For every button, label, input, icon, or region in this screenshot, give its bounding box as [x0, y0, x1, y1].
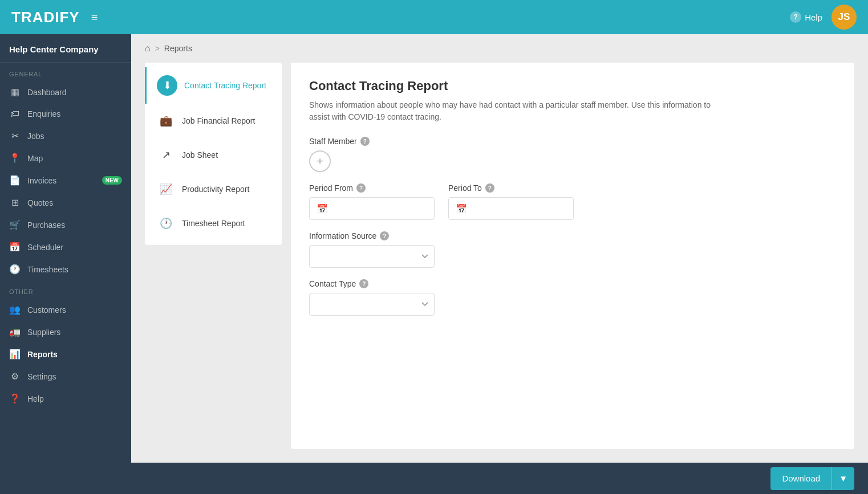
contact-type-info-icon[interactable]: ? [359, 279, 368, 288]
report-item-productivity[interactable]: 📈 Productivity Report [145, 172, 282, 206]
bottom-bar: Download ▼ [0, 463, 868, 494]
productivity-icon: 📈 [157, 180, 175, 198]
period-from-field: Period From ? 📅 [309, 183, 435, 220]
purchases-icon: 🛒 [9, 219, 21, 230]
panels: ⬇ Contact Tracing Report 💼 Job Financial… [131, 63, 868, 463]
breadcrumb-separator: > [155, 44, 160, 53]
help-circle-icon: ? [790, 11, 801, 23]
information-source-label: Information Source ? [309, 231, 836, 240]
period-to-input[interactable]: 📅 [448, 197, 574, 220]
information-source-info-icon[interactable]: ? [380, 231, 389, 240]
information-source-select[interactable] [309, 245, 435, 268]
contact-type-field [309, 293, 435, 316]
sidebar-general-label: GENERAL [0, 63, 131, 81]
sidebar: Help Center Company GENERAL ▦ Dashboard … [0, 34, 131, 463]
sidebar-other-label: OTHER [0, 280, 131, 299]
user-avatar[interactable]: JS [832, 5, 857, 30]
sidebar-item-reports[interactable]: 📊 Reports [0, 343, 131, 365]
sidebar-item-scheduler[interactable]: 📅 Scheduler [0, 236, 131, 258]
download-arrow-icon[interactable]: ▼ [832, 467, 854, 490]
home-icon[interactable]: ⌂ [145, 43, 151, 54]
sidebar-item-quotes[interactable]: ⊞ Quotes [0, 191, 131, 214]
information-source-field [309, 245, 435, 268]
sidebar-item-enquiries[interactable]: 🏷 Enquiries [0, 103, 131, 125]
sidebar-item-purchases[interactable]: 🛒 Purchases [0, 214, 131, 236]
period-to-field: Period To ? 📅 [448, 183, 574, 220]
hamburger-menu[interactable]: ≡ [91, 11, 98, 24]
form-title: Contact Tracing Report [309, 79, 836, 93]
report-item-job-sheet[interactable]: ↗ Job Sheet [145, 138, 282, 172]
main-layout: Help Center Company GENERAL ▦ Dashboard … [0, 34, 868, 463]
sidebar-item-invoices[interactable]: 📄 Invoices NEW [0, 169, 131, 191]
timesheets-icon: 🕐 [9, 264, 21, 275]
contact-type-select[interactable] [309, 293, 435, 316]
customers-icon: 👥 [9, 304, 21, 315]
sidebar-item-settings[interactable]: ⚙ Settings [0, 365, 131, 387]
report-item-timesheet[interactable]: 🕐 Timesheet Report [145, 206, 282, 240]
report-item-contact-tracing[interactable]: ⬇ Contact Tracing Report [145, 67, 282, 104]
content-area: ⌂ > Reports ⬇ Contact Tracing Report 💼 J… [131, 34, 868, 463]
suppliers-icon: 🚛 [9, 326, 21, 337]
staff-member-label: Staff Member ? [309, 137, 836, 146]
invoices-icon: 📄 [9, 175, 21, 186]
period-to-info-icon[interactable]: ? [485, 183, 494, 193]
reports-icon: 📊 [9, 349, 21, 360]
calendar-to-icon: 📅 [456, 203, 467, 214]
contact-tracing-icon: ⬇ [157, 75, 177, 96]
app-logo: TRADIFY [11, 9, 80, 26]
calendar-from-icon: 📅 [317, 203, 328, 214]
job-financial-icon: 💼 [157, 112, 175, 130]
staff-member-info-icon[interactable]: ? [360, 137, 370, 146]
report-list-panel: ⬇ Contact Tracing Report 💼 Job Financial… [145, 63, 282, 245]
report-item-job-financial[interactable]: 💼 Job Financial Report [145, 104, 282, 138]
breadcrumb-current: Reports [164, 44, 192, 53]
enquiries-icon: 🏷 [9, 109, 21, 119]
breadcrumb: ⌂ > Reports [131, 34, 868, 63]
sidebar-item-customers[interactable]: 👥 Customers [0, 299, 131, 321]
sidebar-company-name: Help Center Company [0, 34, 131, 63]
timesheet-icon: 🕐 [157, 214, 175, 232]
dashboard-icon: ▦ [9, 87, 21, 97]
sidebar-item-suppliers[interactable]: 🚛 Suppliers [0, 321, 131, 343]
sidebar-item-help[interactable]: ❓ Help [0, 387, 131, 410]
sidebar-item-timesheets[interactable]: 🕐 Timesheets [0, 258, 131, 280]
sidebar-item-map[interactable]: 📍 Map [0, 147, 131, 169]
form-description: Shows information about people who may h… [309, 99, 720, 123]
add-staff-button[interactable]: + [309, 150, 331, 172]
contact-type-label: Contact Type ? [309, 279, 836, 288]
sidebar-item-jobs[interactable]: ✂ Jobs [0, 125, 131, 147]
job-sheet-icon: ↗ [157, 146, 175, 164]
jobs-icon: ✂ [9, 130, 21, 141]
download-button[interactable]: Download ▼ [770, 467, 854, 490]
period-from-input[interactable]: 📅 [309, 197, 435, 220]
help-icon: ❓ [9, 393, 21, 404]
top-navigation: TRADIFY ≡ ? Help JS [0, 0, 868, 34]
new-badge: NEW [102, 176, 122, 185]
settings-icon: ⚙ [9, 371, 21, 382]
scheduler-icon: 📅 [9, 242, 21, 252]
period-from-info-icon[interactable]: ? [356, 183, 366, 193]
map-icon: 📍 [9, 153, 21, 164]
help-button[interactable]: ? Help [790, 11, 822, 23]
date-row: Period From ? 📅 Period To ? � [309, 183, 836, 220]
download-label[interactable]: Download [770, 473, 832, 483]
quotes-icon: ⊞ [9, 197, 21, 208]
sidebar-item-dashboard[interactable]: ▦ Dashboard [0, 81, 131, 103]
form-panel: Contact Tracing Report Shows information… [291, 63, 854, 449]
nav-right: ? Help JS [790, 5, 857, 30]
